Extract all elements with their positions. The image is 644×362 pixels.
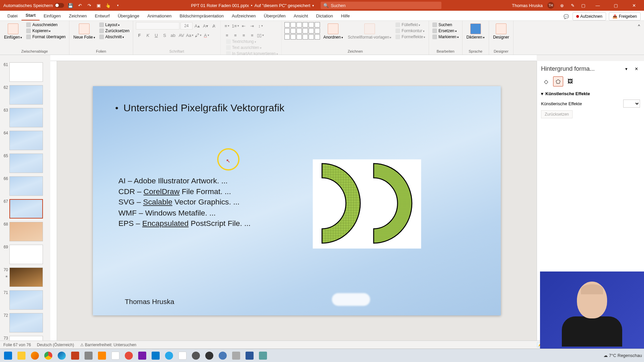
tab-dictation[interactable]: Dictation [312, 11, 337, 20]
telegram-icon[interactable] [163, 350, 175, 361]
thumb-61[interactable] [9, 62, 43, 82]
slide-counter[interactable]: Folie 67 von 76 [3, 343, 31, 347]
fill-tab-icon[interactable]: ◇ [541, 76, 551, 86]
thumb-63[interactable] [9, 108, 43, 127]
format-painter-button[interactable]: Format übertragen [25, 34, 66, 40]
freigeben-button[interactable]: 📤Freigeben [609, 12, 641, 20]
pane-close-icon[interactable]: ✕ [633, 65, 640, 72]
firefox-icon[interactable] [29, 350, 41, 361]
accessibility-status[interactable]: ⚠ Barrierefreiheit: Untersuchen [80, 343, 137, 347]
coming-soon-icon[interactable]: ⊕ [559, 2, 565, 8]
tab-start[interactable]: Start [21, 11, 40, 20]
shapes-gallery[interactable] [284, 22, 320, 40]
filename[interactable]: PPT 01 Roter Faden 001.pptx • Auf "diese… [191, 3, 314, 8]
vector-comparison-image[interactable] [313, 160, 421, 249]
slide-thumbnails[interactable]: 61 62 63 64 65 66 67 68 69 70★ 71 72 73 … [0, 61, 50, 341]
highlight-icon[interactable]: 🖍 [195, 32, 202, 39]
search-input[interactable] [331, 3, 439, 8]
effects-button[interactable]: Formeffekte [395, 34, 426, 40]
case-icon[interactable]: Aa [186, 32, 194, 39]
quickstyles-button[interactable]: Schnellformat-vorlagen [346, 22, 393, 41]
reset-effect-button[interactable]: Zurücksetzen [541, 110, 573, 118]
window-icon[interactable]: ▢ [580, 2, 586, 8]
effect-select[interactable] [623, 100, 640, 108]
user-avatar[interactable]: TH [547, 2, 554, 9]
language-status[interactable]: Deutsch (Österreich) [37, 343, 74, 347]
text-direction-button[interactable]: Textrichtung [225, 39, 279, 44]
slide-footer[interactable]: Thomas Hruska [125, 298, 174, 306]
new-slide-button[interactable]: Neue Folie [72, 22, 97, 41]
search-box[interactable]: 🔍 [321, 2, 441, 9]
maximize-button[interactable]: ▢ [609, 0, 623, 11]
thumb-69[interactable] [9, 245, 43, 264]
ruler-vertical[interactable] [50, 61, 57, 341]
clear-format-icon[interactable]: A̷ [210, 22, 218, 29]
outline-button[interactable]: Formkontur [395, 28, 426, 34]
save-icon[interactable]: 💾 [67, 2, 73, 8]
thumb-70[interactable]: ★ [9, 267, 43, 287]
thumb-64[interactable] [9, 131, 43, 150]
text-align-button[interactable]: Text ausrichten [225, 45, 279, 50]
app-icon-1[interactable] [83, 350, 95, 361]
shadow-icon[interactable]: ab [169, 32, 177, 39]
justify-icon[interactable]: ≡ [249, 32, 256, 39]
fill-button[interactable]: Fülleffekt [395, 22, 426, 27]
font-name-input[interactable] [136, 22, 179, 29]
comments-icon[interactable]: 💬 [562, 13, 570, 20]
paste-button[interactable]: Einfügen [3, 22, 23, 41]
app-icon-7[interactable] [217, 350, 229, 361]
aufzeichnen-button[interactable]: Aufzeichnen [573, 12, 606, 20]
chrome-icon[interactable] [42, 350, 54, 361]
thumb-67[interactable] [9, 199, 43, 219]
tab-ueberpruefen[interactable]: Überprüfen [260, 11, 290, 20]
slide-canvas[interactable]: • Unterschied Pixelgrafik Vektorgrafik ↖… [57, 61, 537, 341]
font-color-icon[interactable]: A [203, 32, 210, 39]
layout-button[interactable]: Layout [99, 22, 130, 27]
app-icon-3[interactable] [123, 350, 135, 361]
font-size-input[interactable] [180, 22, 193, 29]
ruler-horizontal[interactable] [50, 55, 537, 61]
present-icon[interactable]: ▣ [96, 2, 102, 8]
bold-icon[interactable]: F [136, 32, 143, 39]
slide-title[interactable]: • Unterschied Pixelgrafik Vektorgrafik [115, 102, 284, 114]
spacing-icon[interactable]: AV [178, 32, 185, 39]
tab-aufzeichnen[interactable]: Aufzeichnen [228, 11, 260, 20]
pane-options-icon[interactable]: ▾ [623, 65, 630, 72]
designer-button[interactable]: Designer [492, 22, 511, 41]
align-center-icon[interactable]: ≡ [232, 32, 239, 39]
app-icon-4[interactable] [176, 350, 189, 361]
cut-button[interactable]: Ausschneiden [25, 22, 66, 27]
dictate-button[interactable]: Diktieren [465, 22, 486, 41]
effects-tab-icon[interactable]: ⬠ [553, 76, 563, 86]
app-icon-2[interactable] [109, 350, 121, 361]
decrease-font-icon[interactable]: A▾ [202, 22, 209, 29]
start-button[interactable] [2, 350, 14, 361]
italic-icon[interactable]: K [144, 32, 152, 39]
app-icon-6[interactable] [203, 350, 215, 361]
find-button[interactable]: Suchen [432, 22, 459, 27]
underline-icon[interactable]: U [153, 32, 160, 39]
numbering-icon[interactable]: 1≡ [232, 22, 239, 29]
tab-animationen[interactable]: Animationen [143, 11, 175, 20]
columns-icon[interactable]: ▯▯ [257, 32, 264, 39]
indent-icon[interactable]: ⇥ [249, 22, 256, 29]
tab-ansicht[interactable]: Ansicht [290, 11, 312, 20]
user-name[interactable]: Thomas Hruska [512, 3, 543, 8]
vlc-icon[interactable] [96, 350, 108, 361]
arrange-button[interactable]: Anordnen [322, 22, 344, 41]
minimize-button[interactable]: — [591, 0, 604, 11]
autosave-toggle[interactable]: Automatisches Speichern [3, 3, 64, 8]
thumb-73[interactable] [9, 336, 43, 341]
reset-button[interactable]: Zurücksetzen [99, 28, 130, 34]
align-left-icon[interactable]: ≡ [223, 32, 231, 39]
undo-icon[interactable]: ↶ [77, 2, 83, 8]
tab-uebergaenge[interactable]: Übergänge [114, 11, 143, 20]
thumb-68[interactable] [9, 222, 43, 241]
app-icon-8[interactable] [230, 350, 242, 361]
replace-button[interactable]: Ersetzen [432, 28, 459, 34]
copy-button[interactable]: Kopieren [25, 28, 66, 34]
close-button[interactable]: ✕ [627, 0, 641, 11]
redo-icon[interactable]: ↷ [86, 2, 92, 8]
thumb-66[interactable] [9, 176, 43, 196]
word-icon[interactable] [244, 350, 256, 361]
